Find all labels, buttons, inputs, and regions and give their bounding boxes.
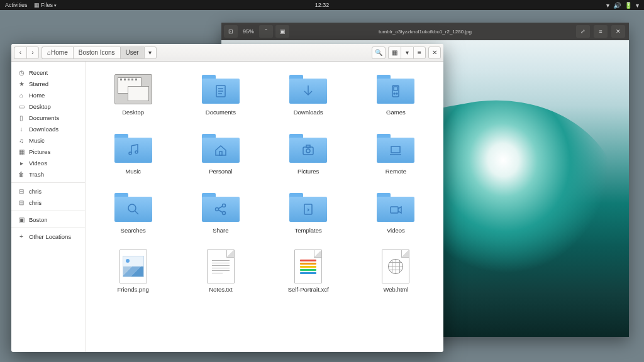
svg-rect-15 (391, 146, 400, 153)
grid-item-searches[interactable]: Searches (91, 187, 175, 245)
sidebar-item-label: Starred (29, 80, 48, 87)
grid-item-notes-txt[interactable]: Notes.txt (178, 246, 263, 304)
hamburger-menu-button[interactable]: ≡ (594, 25, 608, 38)
zoom-level: 95% (243, 28, 254, 35)
path-boston-icons[interactable]: Boston Icons (73, 47, 120, 59)
volume-icon[interactable]: 🔊 (613, 2, 621, 9)
svg-point-7 (394, 93, 395, 94)
sidebar-item-boston[interactable]: ▣Boston (11, 214, 85, 225)
svg-rect-11 (219, 151, 222, 155)
app-menu[interactable]: ▦ Files (34, 2, 57, 8)
svg-rect-14 (306, 145, 310, 148)
grid-item-downloads[interactable]: Downloads (266, 69, 351, 127)
sidebar-item-pictures[interactable]: ▦Pictures (11, 146, 85, 157)
icon-view-options-button[interactable]: ▾ (401, 47, 413, 59)
fullscreen-toggle-button[interactable]: ▣ (275, 25, 289, 38)
svg-rect-12 (303, 147, 313, 155)
sidebar-item-trash[interactable]: 🗑Trash (11, 168, 85, 180)
search-button[interactable]: 🔍 (372, 47, 386, 59)
grid-item-web-html[interactable]: Web.html (353, 246, 438, 304)
grid-item-label: Remote (386, 168, 406, 175)
grid-item-selfportrait-xcf[interactable]: Self-Portrait.xcf (266, 246, 351, 304)
list-view-button[interactable]: ≡ (413, 47, 426, 59)
videos-icon: ▸ (18, 160, 25, 167)
grid-item-label: Web.html (383, 286, 408, 293)
image-viewer-title: tumblr_o3tyzzknol1ukofkbo1_r2_1280.jpg (379, 29, 472, 35)
grid-item-videos[interactable]: Videos (353, 187, 438, 245)
grid-item-personal[interactable]: Personal (178, 128, 263, 186)
path-bar: ⌂ Home Boston Icons User ▾ (42, 47, 157, 59)
sidebar-item-desktop[interactable]: ▭Desktop (11, 101, 85, 112)
close-files-button[interactable]: ✕ (428, 47, 441, 59)
sidebar-item-videos[interactable]: ▸Videos (11, 157, 85, 168)
sidebar: ◷Recent ★Starred ⌂Home ▭Desktop ▯Documen… (11, 62, 86, 352)
path-dropdown[interactable]: ▾ (144, 47, 157, 59)
battery-icon[interactable]: 🔋 (625, 2, 632, 9)
close-button[interactable]: ✕ (611, 25, 625, 38)
grid-item-share[interactable]: Share (178, 187, 263, 245)
svg-point-20 (222, 204, 225, 207)
fullscreen-button[interactable]: ⤢ (576, 25, 590, 38)
sidebar-item-music[interactable]: ♫Music (11, 134, 85, 146)
searches-folder-icon (114, 193, 152, 222)
sidebar-item-starred[interactable]: ★Starred (11, 78, 85, 89)
path-user[interactable]: User (120, 47, 144, 59)
back-button[interactable]: ‹ (14, 47, 26, 59)
svg-point-9 (129, 152, 131, 155)
sidebar-item-documents[interactable]: ▯Documents (11, 112, 85, 123)
sidebar-item-label: Documents (29, 114, 59, 121)
sidebar-item-label: Downloads (29, 126, 58, 133)
plus-icon: + (18, 233, 25, 240)
network-icon[interactable]: ▾ (606, 2, 609, 9)
share-folder-icon (202, 193, 240, 222)
zoom-reset-button[interactable]: ⊡ (224, 25, 238, 38)
grid-item-documents[interactable]: Documents (178, 69, 263, 127)
grid-item-games[interactable]: Games (353, 69, 438, 127)
sidebar-item-downloads[interactable]: ↓Downloads (11, 123, 85, 134)
grid-item-desktop[interactable]: Desktop (91, 69, 175, 127)
grid-item-music[interactable]: Music (91, 128, 175, 186)
documents-icon: ▯ (18, 114, 25, 121)
sidebar-item-label: Pictures (29, 148, 50, 155)
zoom-dropdown-button[interactable]: ˅ (259, 25, 273, 38)
svg-point-13 (306, 149, 310, 153)
sidebar-item-label: chris (29, 199, 42, 206)
grid-item-remote[interactable]: Remote (353, 128, 438, 186)
top-panel: Activities ▦ Files 12:32 ▾ 🔊 🔋 ▾ (0, 0, 644, 10)
sidebar-item-recent[interactable]: ◷Recent (11, 67, 85, 78)
grid-item-label: Pictures (297, 168, 319, 175)
grid-item-label: Documents (206, 109, 236, 116)
grid-item-label: Personal (209, 168, 233, 175)
grid-item-label: Notes.txt (209, 286, 233, 293)
grid-item-templates[interactable]: Templates (266, 187, 351, 245)
trash-icon: 🗑 (18, 171, 25, 178)
text-file-icon (207, 250, 235, 283)
sidebar-item-label: Music (29, 137, 45, 144)
grid-item-label: Desktop (122, 109, 144, 116)
videos-folder-icon (377, 193, 414, 222)
sidebar-item-home[interactable]: ⌂Home (11, 89, 85, 101)
pictures-folder-icon (289, 134, 327, 163)
grid-item-pictures[interactable]: Pictures (266, 128, 351, 186)
sidebar-item-chris1[interactable]: ⊟chris (11, 185, 85, 197)
icon-grid: Desktop Documents Downloads Games Music (86, 62, 443, 352)
sidebar-item-label: chris (29, 188, 42, 195)
svg-rect-25 (391, 207, 398, 213)
sidebar-item-other-locations[interactable]: +Other Locations (11, 231, 85, 242)
grid-item-label: Friends.png (118, 286, 149, 293)
sidebar-item-label: Other Locations (29, 233, 71, 240)
sidebar-item-chris2[interactable]: ⊟chris (11, 197, 85, 208)
image-viewer-headerbar: ⊡ 95% ˅ ▣ tumblr_o3tyzzknol1ukofkbo1_r2_… (221, 23, 629, 40)
icon-view-button[interactable]: ▦ (388, 47, 401, 59)
grid-item-friends-png[interactable]: Friends.png (91, 246, 175, 304)
grid-item-label: Downloads (294, 109, 323, 116)
sidebar-item-label: Videos (29, 160, 47, 167)
clock[interactable]: 12:32 (315, 2, 330, 8)
svg-point-19 (215, 208, 218, 211)
path-home[interactable]: ⌂ Home (42, 47, 73, 59)
svg-line-18 (135, 211, 138, 214)
system-menu-chevron-icon[interactable]: ▾ (636, 2, 639, 9)
html-file-icon (382, 250, 409, 283)
forward-button[interactable]: › (26, 47, 39, 59)
activities-button[interactable]: Activities (5, 2, 28, 8)
